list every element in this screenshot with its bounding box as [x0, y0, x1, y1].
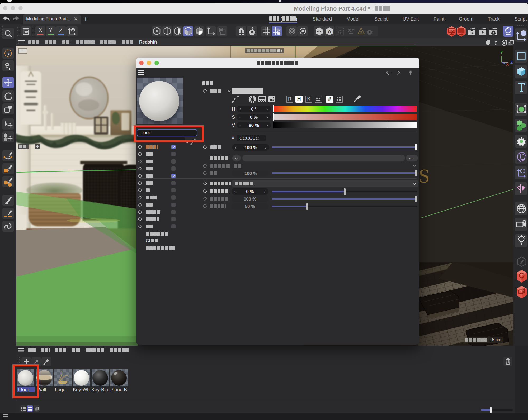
- svg-text:A: A: [328, 29, 331, 34]
- svg-text:X: X: [506, 62, 509, 66]
- svg-text:Y: Y: [500, 50, 503, 54]
- svg-text:Z: Z: [510, 60, 513, 64]
- svg-text:RV: RV: [450, 29, 454, 32]
